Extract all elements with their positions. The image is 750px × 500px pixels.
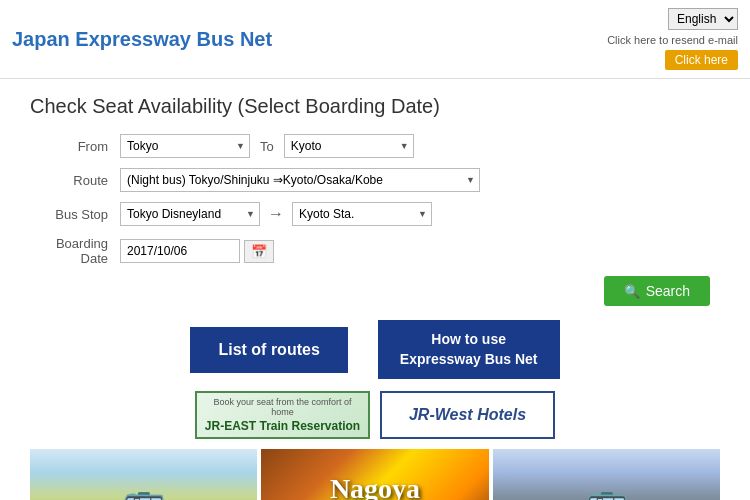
- jr-east-top-text: Book your seat from the comfort of home: [201, 397, 364, 417]
- list-routes-button[interactable]: List of routes: [190, 327, 347, 373]
- photo-row: Nagoya: [30, 449, 720, 500]
- to-select[interactable]: Kyoto Tokyo Osaka Nagoya: [284, 134, 414, 158]
- bus-stop-to-wrapper: Kyoto Sta.: [292, 202, 432, 226]
- nagoya-text: Nagoya: [330, 473, 420, 500]
- to-label: To: [260, 139, 274, 154]
- how-to-line1: How to use: [400, 330, 538, 350]
- jr-east-main-text: JR-EAST Train Reservation: [205, 419, 360, 433]
- boarding-date-input[interactable]: [120, 239, 240, 263]
- to-select-wrapper: Kyoto Tokyo Osaka Nagoya: [284, 134, 414, 158]
- partner-row: Book your seat from the comfort of home …: [30, 391, 720, 439]
- header-controls: English 日本語 Click here to resend e-mail …: [607, 8, 738, 70]
- calendar-button[interactable]: 📅: [244, 240, 274, 263]
- section-title: Check Seat Availability (Select Boarding…: [30, 95, 720, 118]
- search-label: Search: [646, 283, 690, 299]
- click-here-button[interactable]: Click here: [665, 50, 738, 70]
- route-label: Route: [30, 173, 120, 188]
- jr-west-label: JR-West Hotels: [409, 406, 526, 424]
- search-icon: 🔍: [624, 284, 640, 299]
- from-label: From: [30, 139, 120, 154]
- bus-photo-2: [493, 449, 720, 500]
- main-content: Check Seat Availability (Select Boarding…: [0, 79, 750, 500]
- site-title: Japan Expressway Bus Net: [12, 28, 272, 51]
- how-to-line2: Expressway Bus Net: [400, 350, 538, 370]
- how-to-button[interactable]: How to use Expressway Bus Net: [378, 320, 560, 379]
- from-select[interactable]: Tokyo Osaka Nagoya Kyoto: [120, 134, 250, 158]
- arrow-icon: →: [268, 205, 284, 223]
- resend-email-label: Click here to resend e-mail: [607, 34, 738, 46]
- route-select[interactable]: (Night bus) Tokyo/Shinjuku ⇒Kyoto/Osaka/…: [120, 168, 480, 192]
- bus-stop-to-select[interactable]: Kyoto Sta.: [292, 202, 432, 226]
- bus-stop-label: Bus Stop: [30, 207, 120, 222]
- nagoya-photo: Nagoya: [261, 449, 488, 500]
- jr-west-banner[interactable]: JR-West Hotels: [380, 391, 555, 439]
- boarding-date-row: Boarding Date 📅: [30, 236, 720, 266]
- search-row: 🔍 Search: [30, 276, 720, 306]
- search-button[interactable]: 🔍 Search: [604, 276, 710, 306]
- bus-stop-from-wrapper: Tokyo Disneyland: [120, 202, 260, 226]
- jr-east-banner[interactable]: Book your seat from the comfort of home …: [195, 391, 370, 439]
- route-row: Route (Night bus) Tokyo/Shinjuku ⇒Kyoto/…: [30, 168, 720, 192]
- header: Japan Expressway Bus Net English 日本語 Cli…: [0, 0, 750, 79]
- language-select[interactable]: English 日本語: [668, 8, 738, 30]
- bus-stop-row: Bus Stop Tokyo Disneyland → Kyoto Sta.: [30, 202, 720, 226]
- boarding-date-label: Boarding Date: [30, 236, 120, 266]
- route-select-wrapper: (Night bus) Tokyo/Shinjuku ⇒Kyoto/Osaka/…: [120, 168, 480, 192]
- banner-row: List of routes How to use Expressway Bus…: [30, 320, 720, 379]
- bus-stop-from-select[interactable]: Tokyo Disneyland: [120, 202, 260, 226]
- from-select-wrapper: Tokyo Osaka Nagoya Kyoto: [120, 134, 250, 158]
- from-to-row: From Tokyo Osaka Nagoya Kyoto To Kyoto T…: [30, 134, 720, 158]
- bus-photo-1: [30, 449, 257, 500]
